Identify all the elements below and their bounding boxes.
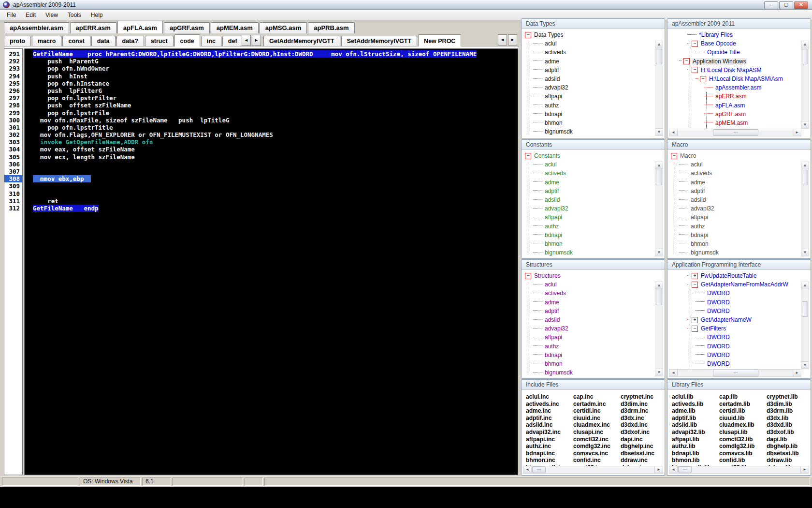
file-item[interactable]: dbghelp.lib xyxy=(767,443,810,450)
file-item[interactable]: cryptnet.lib xyxy=(767,393,810,401)
file-item[interactable]: cluadmex.lib xyxy=(719,421,767,429)
tab-apAssembler.asm[interactable]: apAssembler.asm xyxy=(4,22,69,33)
tab-apMSG.asm[interactable]: apMSG.asm xyxy=(260,22,307,33)
tree-item[interactable]: adsiid xyxy=(522,315,664,324)
code-line[interactable]: push offset szFileName xyxy=(26,102,518,109)
tree-item[interactable]: adme xyxy=(522,298,664,307)
code-line[interactable]: pop ofn.hWndOwner xyxy=(26,65,518,72)
tree-item[interactable]: aclui xyxy=(522,280,664,289)
file-item[interactable]: ddraw.lib xyxy=(767,457,810,464)
tree-item[interactable]: bdnapi xyxy=(522,351,664,359)
tree-item[interactable]: adptif xyxy=(522,187,664,195)
maximize-button[interactable]: ▢ xyxy=(779,1,793,9)
code-line[interactable]: mov ecx, length szFileName xyxy=(26,153,518,161)
file-item[interactable]: d3dx.inc xyxy=(621,415,664,422)
tree-item[interactable]: authz xyxy=(522,342,664,351)
tab-const[interactable]: const xyxy=(62,36,90,46)
file-item[interactable]: adptif.lib xyxy=(672,415,719,422)
file-item[interactable]: certidl.inc xyxy=(573,407,621,415)
file-item[interactable]: clusapi.lib xyxy=(719,429,767,436)
tab-apERR.asm[interactable]: apERR.asm xyxy=(70,22,116,33)
file-item[interactable]: adme.lib xyxy=(672,407,719,415)
code-line[interactable]: push lpFilterG xyxy=(26,87,518,94)
scroll-left-icon[interactable]: ◄ xyxy=(669,129,678,136)
close-button[interactable]: ✕ xyxy=(794,1,808,9)
scrollbar-thumb[interactable] xyxy=(802,170,808,185)
code-line[interactable]: pop ofn.lpstrFilter xyxy=(26,94,518,102)
scroll-down-icon[interactable]: ▼ xyxy=(801,121,809,128)
scroll-right-icon[interactable]: ► xyxy=(800,466,809,473)
scroll-right-icon[interactable]: ► xyxy=(793,129,801,136)
tree-item[interactable]: aclui xyxy=(668,160,810,169)
file-item[interactable]: advapi32.lib xyxy=(672,429,719,436)
file-item[interactable]: aftpapi.lib xyxy=(672,436,719,443)
vertical-scrollbar[interactable]: ▲ ▼ xyxy=(655,162,663,256)
file-item[interactable]: cryptnet.inc xyxy=(621,393,664,401)
file-item[interactable]: d3dim.inc xyxy=(621,401,664,408)
scrollbar-thumb[interactable] xyxy=(656,170,662,185)
proc-tabs-scroll-left-icon[interactable]: ◄ xyxy=(498,34,507,45)
scroll-up-icon[interactable]: ▲ xyxy=(655,41,663,48)
tree-item[interactable]: authz xyxy=(522,101,664,110)
tab-code[interactable]: code xyxy=(174,34,200,46)
editor-code[interactable]: GetFileName proc hParentG:DWORD,lpTitleG… xyxy=(24,48,518,475)
tree-item[interactable]: activeds xyxy=(668,169,810,178)
tree-item[interactable]: authz xyxy=(668,222,810,231)
tree-item[interactable]: bhmon xyxy=(668,239,810,248)
code-line[interactable] xyxy=(26,161,518,168)
vertical-scrollbar[interactable]: ▲ ▼ xyxy=(801,162,809,256)
file-item[interactable]: d3drm.inc xyxy=(621,407,664,415)
tree-item[interactable]: adme xyxy=(522,178,664,187)
file-item[interactable]: adme.inc xyxy=(526,407,573,415)
tree-item[interactable]: bhmon xyxy=(522,119,664,127)
code-line[interactable]: pop ofn.lpstrTitle xyxy=(26,124,518,131)
code-line[interactable]: mmov ebx,ebp xyxy=(26,175,518,182)
scrollbar-track[interactable]: ⋯ xyxy=(678,466,800,473)
file-item[interactable]: comdlg32.inc xyxy=(573,443,621,450)
code-line[interactable]: push hParentG xyxy=(26,58,518,65)
vertical-scrollbar[interactable]: ▲ ▼ xyxy=(655,41,663,136)
vertical-scrollbar[interactable]: ▲ ▼ xyxy=(801,282,809,369)
tree-item[interactable]: bignumsdk xyxy=(522,127,664,136)
tab-data?[interactable]: data? xyxy=(116,36,144,46)
code-line[interactable]: pop ofn.hInstance xyxy=(26,80,518,87)
tree-item[interactable]: adsiid xyxy=(522,75,664,83)
code-line[interactable]: mov ofn.nMaxFile, sizeof szFileName push… xyxy=(26,117,518,124)
code-line[interactable]: GetFileName endp xyxy=(26,205,518,212)
file-item[interactable]: bhmon.inc xyxy=(526,457,573,464)
tree-item[interactable]: −Data Types xyxy=(522,30,664,39)
file-item[interactable]: confid.lib xyxy=(719,457,767,464)
file-item[interactable]: certadm.lib xyxy=(719,401,767,408)
file-item[interactable]: dbghelp.inc xyxy=(621,443,664,450)
tree-item[interactable]: bdnapi xyxy=(522,110,664,119)
tab-inc[interactable]: inc xyxy=(201,36,221,46)
tree-item[interactable]: bhmon xyxy=(522,359,664,368)
scrollbar-thumb[interactable] xyxy=(656,49,662,64)
tab-proto[interactable]: proto xyxy=(4,36,31,46)
tree-item[interactable]: activeds xyxy=(522,289,664,298)
file-item[interactable]: cap.lib xyxy=(719,393,767,401)
tree-item[interactable]: adptif xyxy=(522,307,664,315)
scroll-down-icon[interactable]: ▼ xyxy=(655,128,663,135)
vertical-scrollbar[interactable]: ▲ ▼ xyxy=(655,282,663,376)
scroll-down-icon[interactable]: ▼ xyxy=(655,249,663,256)
tree-item[interactable]: aftpapi xyxy=(522,213,664,222)
tree-item[interactable]: adptif xyxy=(522,66,664,75)
tree-item[interactable]: aclui xyxy=(522,160,664,169)
tab-macro[interactable]: macro xyxy=(32,36,62,46)
scroll-down-icon[interactable]: ▼ xyxy=(801,249,809,256)
menu-edit[interactable]: Edit xyxy=(21,11,41,19)
file-item[interactable]: d3dx.lib xyxy=(767,415,810,422)
scroll-up-icon[interactable]: ▲ xyxy=(801,162,809,169)
scrollbar-thumb[interactable]: ⋯ xyxy=(532,466,546,473)
menu-help[interactable]: Help xyxy=(86,11,108,19)
file-item[interactable]: activeds.lib xyxy=(672,401,719,408)
scrollbar-track[interactable]: ⋯ xyxy=(678,129,793,136)
file-item[interactable]: aftpapi.inc xyxy=(526,436,573,443)
file-item[interactable]: comctl32.lib xyxy=(719,436,767,443)
tree-item[interactable]: aftpapi xyxy=(522,333,664,342)
tree-item[interactable]: adsiid xyxy=(668,195,810,204)
file-item[interactable]: ddraw.inc xyxy=(621,457,664,464)
code-line[interactable]: push hInst xyxy=(26,73,518,80)
file-item[interactable]: activeds.inc xyxy=(526,401,573,408)
